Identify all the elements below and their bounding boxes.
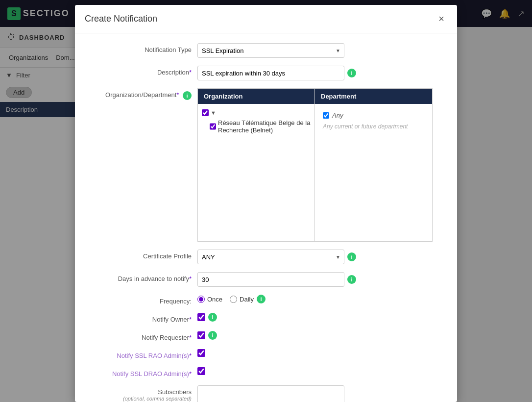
notify-requester-info-icon[interactable]: i <box>208 331 217 340</box>
notify-owner-checkbox[interactable] <box>197 313 205 321</box>
modal-header: Create Notification × <box>75 5 457 33</box>
notify-ssl-drao-label: Notify SSL DRAO Admin(s)* <box>90 367 197 377</box>
cert-profile-row: Certificate Profile ANY ▼ i <box>90 250 442 264</box>
org-item-checkbox[interactable] <box>210 123 216 130</box>
description-info-icon[interactable]: i <box>347 69 356 77</box>
org-dept-control: Organization ▼ Réseau Télématique Belge … <box>197 88 442 242</box>
notification-type-label: Notification Type <box>90 43 197 53</box>
frequency-daily-radio[interactable] <box>230 296 237 303</box>
cert-profile-select-wrapper: ANY ▼ <box>197 250 344 264</box>
frequency-once-label: Once <box>207 296 222 303</box>
days-advance-row: Days in advance to notify* i <box>90 272 442 287</box>
cert-profile-info-icon[interactable]: i <box>347 252 356 261</box>
cert-profile-control: ANY ▼ i <box>197 250 442 264</box>
notify-ssl-drao-control <box>197 367 442 375</box>
days-advance-control: i <box>197 272 442 287</box>
notify-owner-label: Notify Owner* <box>90 313 197 323</box>
notify-ssl-drao-checkbox[interactable] <box>197 367 205 375</box>
notify-requester-label: Notify Requester* <box>90 331 197 341</box>
frequency-once-radio[interactable] <box>197 296 205 303</box>
modal-title: Create Notification <box>85 14 157 24</box>
dept-placeholder: Any current or future department <box>319 123 428 132</box>
notification-type-select-wrapper: SSL Expiration Client Expiration Code Si… <box>197 43 344 58</box>
notify-ssl-rao-control <box>197 349 442 357</box>
notify-owner-row: Notify Owner* i <box>90 313 442 323</box>
days-advance-label: Days in advance to notify* <box>90 272 197 282</box>
notify-owner-control: i <box>197 313 442 322</box>
dept-any-label: Any <box>332 112 343 119</box>
org-all-checkbox-row: ▼ <box>202 108 311 118</box>
notify-requester-control: i <box>197 331 442 340</box>
org-panel-header: Organization <box>198 89 314 104</box>
notify-requester-checkbox[interactable] <box>197 331 205 339</box>
description-row: Description* i <box>90 66 442 80</box>
subscribers-textarea[interactable] <box>197 385 344 402</box>
org-dept-info-icon[interactable]: i <box>183 91 192 100</box>
notify-requester-row: Notify Requester* i <box>90 331 442 341</box>
notify-owner-required-star: * <box>189 316 192 323</box>
notify-requester-required-star: * <box>189 334 192 341</box>
subscribers-label: Subscribers (optional, comma separated) <box>90 385 197 402</box>
dept-panel-header: Department <box>315 89 432 104</box>
cert-profile-label: Certificate Profile <box>90 250 197 260</box>
org-dept-label: Organization/Department* i <box>90 88 197 100</box>
org-dropdown-arrow[interactable]: ▼ <box>211 110 216 116</box>
subscribers-control: i <box>197 385 442 402</box>
cert-profile-select[interactable]: ANY <box>197 250 344 264</box>
dept-panel: Department Any Any current or future dep… <box>315 88 433 242</box>
notify-ssl-drao-required-star: * <box>189 370 192 377</box>
frequency-daily-option[interactable]: Daily <box>230 296 254 303</box>
modal-body: Notification Type SSL Expiration Client … <box>75 33 457 402</box>
days-advance-required-star: * <box>189 275 192 282</box>
notification-type-select[interactable]: SSL Expiration Client Expiration Code Si… <box>197 43 344 58</box>
notification-type-row: Notification Type SSL Expiration Client … <box>90 43 442 58</box>
description-required-star: * <box>189 69 192 76</box>
org-dept-required-star: * <box>176 91 179 99</box>
frequency-once-option[interactable]: Once <box>197 296 222 303</box>
notify-ssl-rao-label: Notify SSL RAO Admin(s)* <box>90 349 197 359</box>
notify-ssl-drao-row: Notify SSL DRAO Admin(s)* <box>90 367 442 377</box>
notification-type-control: SSL Expiration Client Expiration Code Si… <box>197 43 442 58</box>
frequency-daily-label: Daily <box>240 296 254 303</box>
org-item-label: Réseau Télématique Belge de la Recherche… <box>218 119 311 134</box>
days-advance-input[interactable] <box>197 272 344 287</box>
notify-ssl-rao-row: Notify SSL RAO Admin(s)* <box>90 349 442 359</box>
org-panel: Organization ▼ Réseau Télématique Belge … <box>197 88 315 242</box>
dept-any-checkbox[interactable] <box>323 112 329 119</box>
dept-any-row: Any <box>319 108 428 123</box>
frequency-control: Once Daily i <box>197 295 442 303</box>
org-dept-container: Organization ▼ Réseau Télématique Belge … <box>197 88 442 242</box>
notify-owner-info-icon[interactable]: i <box>208 313 217 322</box>
create-notification-modal: Create Notification × Notification Type … <box>75 5 457 402</box>
frequency-radio-group: Once Daily <box>197 296 254 303</box>
modal-close-button[interactable]: × <box>435 12 447 25</box>
dept-panel-body: Any Any current or future department <box>315 104 432 241</box>
modal-overlay: Create Notification × Notification Type … <box>0 0 532 402</box>
frequency-label: Frequency: <box>90 295 197 305</box>
frequency-info-icon[interactable]: i <box>257 295 266 303</box>
description-control: i <box>197 66 442 80</box>
subscribers-row: Subscribers (optional, comma separated) … <box>90 385 442 402</box>
notify-ssl-rao-checkbox[interactable] <box>197 349 205 357</box>
description-input[interactable] <box>197 66 344 80</box>
org-all-checkbox[interactable] <box>202 109 209 116</box>
org-panel-body: ▼ Réseau Télématique Belge de la Recherc… <box>198 104 314 241</box>
org-item-row: Réseau Télématique Belge de la Recherche… <box>202 118 311 135</box>
days-advance-info-icon[interactable]: i <box>347 275 356 284</box>
description-label: Description* <box>90 66 197 76</box>
notify-ssl-rao-required-star: * <box>189 352 192 359</box>
org-dept-row: Organization/Department* i Organization … <box>90 88 442 242</box>
frequency-row: Frequency: Once Daily i <box>90 295 442 305</box>
subscribers-optional-note: (optional, comma separated) <box>90 396 192 402</box>
